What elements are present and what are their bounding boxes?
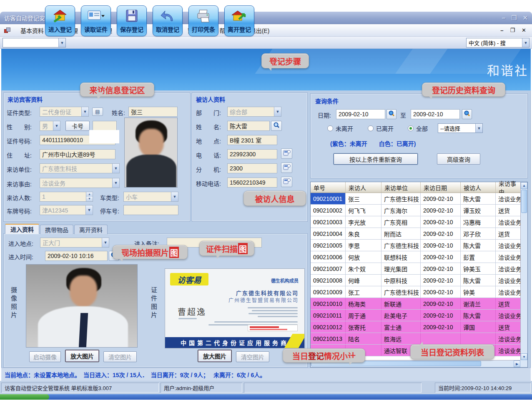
ext-label: 分 机: (196, 165, 221, 173)
column-header[interactable]: 来访日期 (421, 182, 461, 193)
table-row[interactable]: 090210003李光放广东亮相2009-02-10冯惠梅洽谈业务 (311, 216, 520, 228)
ext-field[interactable]: 2300 (227, 163, 277, 173)
card-reader-button[interactable]: ▤ (92, 108, 103, 116)
plate-combo[interactable]: 津A12345▼ (40, 205, 93, 215)
radio-left[interactable]: 已离开 (368, 124, 394, 133)
leave-register-button[interactable]: 离开登记 (224, 5, 254, 36)
chevron-down-icon[interactable]: ▼ (58, 38, 65, 47)
car-type-combo[interactable]: 小车▼ (123, 192, 178, 202)
table-cell: 陈大雷 (461, 193, 496, 204)
mdi-restore-icon[interactable]: ❐ (510, 27, 515, 33)
park-no-field[interactable] (123, 205, 178, 215)
tab-carried-items[interactable]: 携带物品 (40, 225, 73, 234)
read-card-button[interactable]: 读取证件 (81, 5, 111, 36)
table-row[interactable]: 090210010杨海类新联通2009-02-10谢清兰送货 (311, 298, 520, 310)
query-select-combo[interactable]: --请选择▼ (438, 123, 483, 133)
zoom-photo-button[interactable]: 放大图片 (65, 350, 99, 362)
cancel-register-button[interactable]: 取消登记 (153, 5, 183, 36)
chevron-down-icon[interactable]: ▼ (102, 238, 109, 247)
visitee-name-field[interactable]: 陈大雷 (227, 121, 270, 131)
mdi-close-icon[interactable]: ✕ (522, 27, 526, 33)
close-icon[interactable]: ✕ (522, 14, 528, 22)
restore-icon[interactable]: ❐ (511, 14, 517, 22)
column-header[interactable]: 来访事由 (496, 182, 520, 193)
radio-all[interactable]: 全部 (408, 124, 428, 133)
start-button-strip[interactable] (0, 394, 49, 400)
scroll-right-icon[interactable]: ▶ (514, 360, 520, 367)
tab-entry-info[interactable]: 进入资料 (5, 224, 39, 234)
table-row[interactable]: 090210002何飞飞广东海尔2009-02-10谭玉姣送货 (311, 205, 520, 216)
dial-mobile-button[interactable] (281, 177, 292, 187)
table-cell: 2009-02-10 (421, 216, 461, 228)
minimize-icon[interactable]: – (502, 14, 505, 22)
chevron-down-icon[interactable]: ▼ (522, 38, 529, 47)
table-row[interactable]: 090210006何放联想科技2009-02-10彭置洽谈业务 (311, 251, 520, 263)
visitor-count-stepper[interactable]: 1▲▼ (40, 192, 93, 202)
column-header[interactable]: 被访人 (461, 182, 496, 193)
quick-search-combo[interactable]: ▼ (3, 38, 66, 48)
card-number-field[interactable] (93, 121, 117, 131)
save-register-button[interactable]: 保存登记 (117, 5, 147, 36)
table-cell: 彭置 (461, 251, 496, 263)
entry-time-field[interactable]: 2009-02-10 10:16 (45, 251, 108, 261)
chevron-down-icon[interactable]: ▼ (81, 107, 88, 116)
menu-item-0[interactable]: 基本资料 (15, 25, 49, 36)
visit-place-field[interactable]: B幢 2301 室 (227, 135, 277, 145)
column-header[interactable]: 单号 (311, 182, 346, 193)
chevron-down-icon[interactable]: ▼ (171, 192, 178, 201)
visitee-search-button[interactable] (271, 121, 282, 131)
column-header[interactable]: 来访单位 (381, 182, 421, 193)
table-row[interactable]: 090210009张工广东德生科技2009-02-10钟美洽谈业务 (311, 286, 520, 298)
scroll-up-icon[interactable]: ▲ (521, 182, 527, 189)
zoom-card-button[interactable]: 放大图片 (198, 350, 232, 362)
scroll-down-icon[interactable]: ▼ (521, 353, 527, 360)
phone-field[interactable]: 22992300 (227, 149, 277, 159)
requery-button[interactable]: 按以上条件重新查询 (334, 153, 418, 165)
chevron-down-icon[interactable]: ▼ (112, 178, 119, 188)
dial-phone-button[interactable] (281, 148, 292, 159)
statusbar-time: 当前时间:2009-02-10 14:40:29 (435, 383, 531, 393)
column-header[interactable]: 来访人 (346, 182, 381, 193)
mdi-minimize-icon[interactable]: – (500, 27, 503, 33)
mobile-field[interactable]: 15602210349 (227, 178, 277, 188)
gender-combo[interactable]: 男▼ (40, 121, 60, 131)
radio-not-left[interactable]: 未离开 (327, 124, 353, 133)
chevron-down-icon[interactable]: ▼ (112, 164, 119, 173)
cert-type-combo[interactable]: 二代身份证▼ (40, 107, 89, 117)
table-cell: 2009-02-10 (421, 193, 461, 204)
visit-unit-combo[interactable]: 广东德生科技▼ (40, 163, 120, 173)
table-row[interactable]: 090210013陆名胜海远洽谈业务 (311, 333, 520, 345)
table-row[interactable]: 090210005李思广东德生科技2009-02-10陈大雷洽谈业务 (311, 240, 520, 251)
table-row[interactable]: 090210007朱个奴理光集团2009-02-10钟美玉洽谈业务 (311, 263, 520, 275)
address-field[interactable]: 广州市中山大道89号 (40, 149, 115, 159)
enter-register-button[interactable]: 进入登记 (45, 5, 75, 36)
date-from-picker-button[interactable] (386, 109, 396, 119)
chevron-down-icon[interactable]: ▼ (475, 124, 482, 133)
table-row[interactable]: 090210011周于通赴美电子2009-02-10陈大雷洽谈业务 (311, 310, 520, 321)
advanced-query-button[interactable]: 高级查询 (437, 153, 480, 165)
read-card-icon (87, 9, 105, 25)
print-slip-button[interactable]: 打印凭条 (188, 5, 218, 36)
dial-ext-button[interactable] (281, 163, 292, 173)
tab-leave-info[interactable]: 离开资料 (74, 225, 108, 234)
date-from-field[interactable]: 2009-02-10 (336, 109, 385, 119)
table-row[interactable]: 090210004朱良附而达2009-02-10邓子欣送货 (311, 228, 520, 240)
language-combo[interactable]: 中文 (简体) - 搜 ▼ (466, 38, 529, 48)
chevron-down-icon[interactable]: ▼ (274, 107, 281, 116)
date-to-field[interactable]: 2009-02-10 (411, 109, 460, 119)
start-camera-button[interactable]: 启动摄像 (29, 351, 61, 362)
clear-photo-button[interactable]: 清空图片 (103, 351, 137, 362)
visit-reason-combo[interactable]: 洽谈业务▼ (40, 178, 120, 188)
entry-place-combo[interactable]: 正大门▼ (40, 238, 109, 248)
chevron-down-icon[interactable]: ▼ (85, 205, 93, 215)
vertical-scrollbar[interactable]: ▲ ▼ (520, 182, 527, 360)
chevron-down-icon[interactable]: ▼ (53, 121, 60, 130)
visitor-name-field[interactable]: 张三 (128, 107, 178, 117)
date-to-picker-button[interactable] (462, 109, 472, 119)
table-row[interactable]: 090210008何峰中原科技2009-02-10陈大雷洽谈业务 (311, 275, 520, 286)
card-number-button[interactable]: 卡号 (65, 121, 90, 131)
clear-card-button[interactable]: 清空图片 (236, 351, 269, 362)
table-row[interactable]: 090210012张寄托富士通2009-02-10谭国送货 (311, 321, 520, 333)
table-row[interactable]: 090210001张三广东德生科技2009-02-10陈大雷洽谈业务 (311, 193, 520, 205)
dept-combo[interactable]: 综合部▼ (227, 107, 281, 117)
